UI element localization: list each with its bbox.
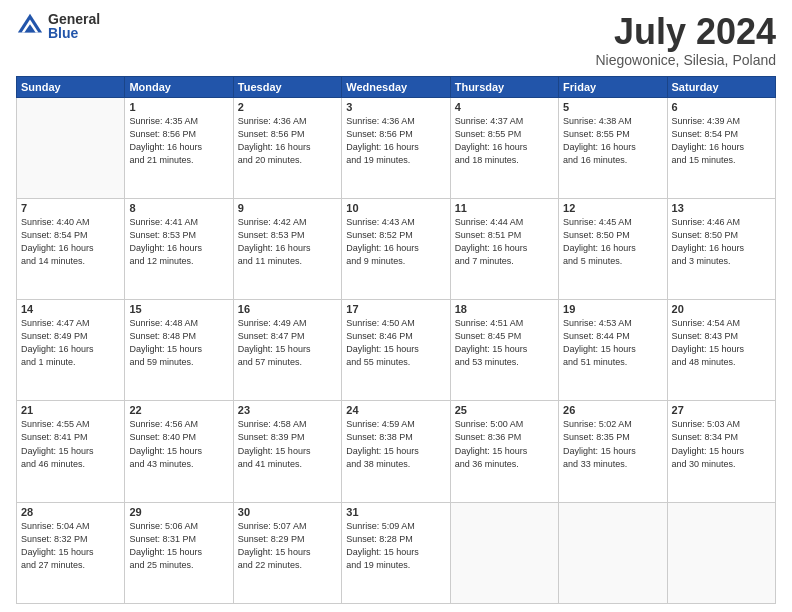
calendar-cell: 8Sunrise: 4:41 AM Sunset: 8:53 PM Daylig…: [125, 198, 233, 299]
calendar-cell: 31Sunrise: 5:09 AM Sunset: 8:28 PM Dayli…: [342, 502, 450, 603]
day-number: 13: [672, 202, 771, 214]
calendar-cell: 26Sunrise: 5:02 AM Sunset: 8:35 PM Dayli…: [559, 401, 667, 502]
calendar-cell: 24Sunrise: 4:59 AM Sunset: 8:38 PM Dayli…: [342, 401, 450, 502]
calendar: SundayMondayTuesdayWednesdayThursdayFrid…: [16, 76, 776, 604]
day-number: 11: [455, 202, 554, 214]
day-number: 22: [129, 404, 228, 416]
calendar-cell: 11Sunrise: 4:44 AM Sunset: 8:51 PM Dayli…: [450, 198, 558, 299]
day-info: Sunrise: 4:59 AM Sunset: 8:38 PM Dayligh…: [346, 418, 445, 470]
day-info: Sunrise: 5:00 AM Sunset: 8:36 PM Dayligh…: [455, 418, 554, 470]
calendar-cell: 27Sunrise: 5:03 AM Sunset: 8:34 PM Dayli…: [667, 401, 775, 502]
calendar-cell: [559, 502, 667, 603]
calendar-cell: 15Sunrise: 4:48 AM Sunset: 8:48 PM Dayli…: [125, 300, 233, 401]
title-block: July 2024 Niegowonice, Silesia, Poland: [595, 12, 776, 68]
calendar-cell: 9Sunrise: 4:42 AM Sunset: 8:53 PM Daylig…: [233, 198, 341, 299]
day-info: Sunrise: 5:09 AM Sunset: 8:28 PM Dayligh…: [346, 520, 445, 572]
day-info: Sunrise: 4:49 AM Sunset: 8:47 PM Dayligh…: [238, 317, 337, 369]
subtitle: Niegowonice, Silesia, Poland: [595, 52, 776, 68]
day-info: Sunrise: 5:03 AM Sunset: 8:34 PM Dayligh…: [672, 418, 771, 470]
main-title: July 2024: [595, 12, 776, 52]
day-info: Sunrise: 4:40 AM Sunset: 8:54 PM Dayligh…: [21, 216, 120, 268]
calendar-cell: 21Sunrise: 4:55 AM Sunset: 8:41 PM Dayli…: [17, 401, 125, 502]
day-info: Sunrise: 4:44 AM Sunset: 8:51 PM Dayligh…: [455, 216, 554, 268]
day-number: 19: [563, 303, 662, 315]
calendar-body: 1Sunrise: 4:35 AM Sunset: 8:56 PM Daylig…: [17, 97, 776, 603]
day-info: Sunrise: 4:38 AM Sunset: 8:55 PM Dayligh…: [563, 115, 662, 167]
day-number: 15: [129, 303, 228, 315]
day-number: 29: [129, 506, 228, 518]
day-info: Sunrise: 4:36 AM Sunset: 8:56 PM Dayligh…: [238, 115, 337, 167]
calendar-cell: [450, 502, 558, 603]
day-number: 21: [21, 404, 120, 416]
day-number: 3: [346, 101, 445, 113]
day-info: Sunrise: 5:06 AM Sunset: 8:31 PM Dayligh…: [129, 520, 228, 572]
logo-icon: [16, 12, 44, 40]
calendar-cell: 20Sunrise: 4:54 AM Sunset: 8:43 PM Dayli…: [667, 300, 775, 401]
day-number: 31: [346, 506, 445, 518]
day-number: 8: [129, 202, 228, 214]
logo-text: General Blue: [48, 12, 100, 40]
calendar-cell: 30Sunrise: 5:07 AM Sunset: 8:29 PM Dayli…: [233, 502, 341, 603]
header-day-monday: Monday: [125, 76, 233, 97]
calendar-cell: 5Sunrise: 4:38 AM Sunset: 8:55 PM Daylig…: [559, 97, 667, 198]
calendar-cell: 19Sunrise: 4:53 AM Sunset: 8:44 PM Dayli…: [559, 300, 667, 401]
logo-general: General: [48, 12, 100, 26]
day-info: Sunrise: 4:45 AM Sunset: 8:50 PM Dayligh…: [563, 216, 662, 268]
week-row-4: 21Sunrise: 4:55 AM Sunset: 8:41 PM Dayli…: [17, 401, 776, 502]
logo-blue: Blue: [48, 26, 100, 40]
calendar-cell: 22Sunrise: 4:56 AM Sunset: 8:40 PM Dayli…: [125, 401, 233, 502]
day-info: Sunrise: 4:35 AM Sunset: 8:56 PM Dayligh…: [129, 115, 228, 167]
day-info: Sunrise: 4:51 AM Sunset: 8:45 PM Dayligh…: [455, 317, 554, 369]
header: General Blue July 2024 Niegowonice, Sile…: [16, 12, 776, 68]
day-info: Sunrise: 5:04 AM Sunset: 8:32 PM Dayligh…: [21, 520, 120, 572]
header-day-sunday: Sunday: [17, 76, 125, 97]
logo: General Blue: [16, 12, 100, 40]
day-info: Sunrise: 4:54 AM Sunset: 8:43 PM Dayligh…: [672, 317, 771, 369]
header-day-tuesday: Tuesday: [233, 76, 341, 97]
day-number: 16: [238, 303, 337, 315]
day-info: Sunrise: 5:02 AM Sunset: 8:35 PM Dayligh…: [563, 418, 662, 470]
calendar-cell: 12Sunrise: 4:45 AM Sunset: 8:50 PM Dayli…: [559, 198, 667, 299]
day-number: 23: [238, 404, 337, 416]
calendar-cell: 3Sunrise: 4:36 AM Sunset: 8:56 PM Daylig…: [342, 97, 450, 198]
day-number: 9: [238, 202, 337, 214]
day-number: 2: [238, 101, 337, 113]
day-number: 25: [455, 404, 554, 416]
page: General Blue July 2024 Niegowonice, Sile…: [0, 0, 792, 612]
calendar-cell: 14Sunrise: 4:47 AM Sunset: 8:49 PM Dayli…: [17, 300, 125, 401]
week-row-2: 7Sunrise: 4:40 AM Sunset: 8:54 PM Daylig…: [17, 198, 776, 299]
calendar-cell: 18Sunrise: 4:51 AM Sunset: 8:45 PM Dayli…: [450, 300, 558, 401]
day-number: 14: [21, 303, 120, 315]
day-number: 5: [563, 101, 662, 113]
day-info: Sunrise: 4:36 AM Sunset: 8:56 PM Dayligh…: [346, 115, 445, 167]
calendar-cell: 6Sunrise: 4:39 AM Sunset: 8:54 PM Daylig…: [667, 97, 775, 198]
day-info: Sunrise: 5:07 AM Sunset: 8:29 PM Dayligh…: [238, 520, 337, 572]
calendar-header: SundayMondayTuesdayWednesdayThursdayFrid…: [17, 76, 776, 97]
week-row-1: 1Sunrise: 4:35 AM Sunset: 8:56 PM Daylig…: [17, 97, 776, 198]
day-number: 18: [455, 303, 554, 315]
week-row-3: 14Sunrise: 4:47 AM Sunset: 8:49 PM Dayli…: [17, 300, 776, 401]
header-day-saturday: Saturday: [667, 76, 775, 97]
header-day-thursday: Thursday: [450, 76, 558, 97]
calendar-cell: 23Sunrise: 4:58 AM Sunset: 8:39 PM Dayli…: [233, 401, 341, 502]
calendar-cell: 28Sunrise: 5:04 AM Sunset: 8:32 PM Dayli…: [17, 502, 125, 603]
calendar-cell: 17Sunrise: 4:50 AM Sunset: 8:46 PM Dayli…: [342, 300, 450, 401]
day-number: 24: [346, 404, 445, 416]
day-number: 30: [238, 506, 337, 518]
calendar-cell: 4Sunrise: 4:37 AM Sunset: 8:55 PM Daylig…: [450, 97, 558, 198]
calendar-cell: 10Sunrise: 4:43 AM Sunset: 8:52 PM Dayli…: [342, 198, 450, 299]
day-info: Sunrise: 4:37 AM Sunset: 8:55 PM Dayligh…: [455, 115, 554, 167]
day-info: Sunrise: 4:53 AM Sunset: 8:44 PM Dayligh…: [563, 317, 662, 369]
calendar-cell: 13Sunrise: 4:46 AM Sunset: 8:50 PM Dayli…: [667, 198, 775, 299]
day-info: Sunrise: 4:42 AM Sunset: 8:53 PM Dayligh…: [238, 216, 337, 268]
calendar-cell: 25Sunrise: 5:00 AM Sunset: 8:36 PM Dayli…: [450, 401, 558, 502]
day-info: Sunrise: 4:56 AM Sunset: 8:40 PM Dayligh…: [129, 418, 228, 470]
day-number: 28: [21, 506, 120, 518]
calendar-cell: [667, 502, 775, 603]
day-info: Sunrise: 4:39 AM Sunset: 8:54 PM Dayligh…: [672, 115, 771, 167]
day-number: 20: [672, 303, 771, 315]
header-day-wednesday: Wednesday: [342, 76, 450, 97]
calendar-cell: 1Sunrise: 4:35 AM Sunset: 8:56 PM Daylig…: [125, 97, 233, 198]
calendar-cell: [17, 97, 125, 198]
calendar-cell: 7Sunrise: 4:40 AM Sunset: 8:54 PM Daylig…: [17, 198, 125, 299]
